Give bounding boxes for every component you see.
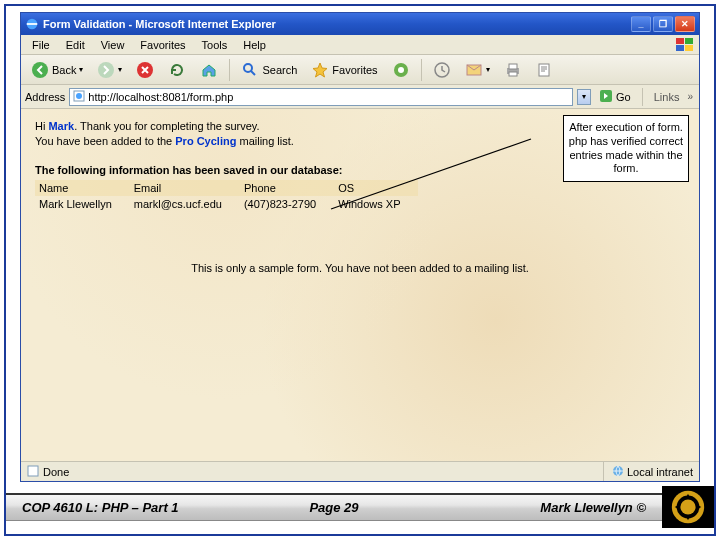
mail-button[interactable]: ▾ — [459, 58, 496, 82]
callout-text: After execution of form. php has verifie… — [569, 121, 683, 174]
search-icon — [241, 61, 259, 79]
svg-rect-15 — [509, 72, 517, 76]
added-prefix: You have been added to the — [35, 135, 175, 147]
svg-point-6 — [98, 62, 114, 78]
status-text: Done — [43, 466, 69, 478]
svg-rect-14 — [509, 64, 517, 69]
svg-point-18 — [76, 93, 82, 99]
svg-rect-2 — [685, 38, 693, 44]
media-button[interactable] — [386, 58, 416, 82]
forward-dropdown-icon[interactable]: ▾ — [118, 65, 122, 74]
cell-name: Mark Llewellyn — [35, 196, 130, 212]
svg-point-10 — [398, 67, 404, 73]
print-icon — [504, 61, 522, 79]
toolbar-separator-2 — [421, 59, 422, 81]
go-button[interactable]: Go — [595, 89, 635, 105]
added-suffix: mailing list. — [236, 135, 293, 147]
slide-frame: Form Validation - Microsoft Internet Exp… — [4, 4, 716, 536]
slide-footer: COP 4610 L: PHP – Part 1 Page 29 Mark Ll… — [6, 486, 714, 528]
go-arrow-icon — [599, 89, 613, 105]
footer-author: Mark Llewellyn © — [438, 500, 646, 515]
address-input[interactable] — [88, 91, 569, 103]
window-title: Form Validation - Microsoft Internet Exp… — [43, 18, 631, 30]
address-dropdown-button[interactable]: ▾ — [577, 89, 591, 105]
history-button[interactable] — [427, 58, 457, 82]
security-zone: Local intranet — [603, 462, 693, 481]
back-label: Back — [52, 64, 76, 76]
svg-rect-1 — [676, 38, 684, 44]
menu-bar: File Edit View Favorites Tools Help — [21, 35, 699, 55]
cell-phone: (407)823-2790 — [240, 196, 334, 212]
browser-window: Form Validation - Microsoft Internet Exp… — [20, 12, 700, 482]
home-button[interactable] — [194, 58, 224, 82]
links-label[interactable]: Links — [650, 91, 684, 103]
page-status-icon — [27, 465, 39, 479]
col-name: Name — [35, 180, 130, 196]
svg-point-8 — [244, 64, 252, 72]
forward-button[interactable]: ▾ — [91, 58, 128, 82]
back-button[interactable]: Back ▾ — [25, 58, 89, 82]
page-icon — [73, 90, 85, 104]
menu-file[interactable]: File — [25, 37, 57, 53]
intranet-icon — [612, 465, 624, 479]
menu-help[interactable]: Help — [236, 37, 273, 53]
address-field-wrapper — [69, 88, 573, 106]
col-os: OS — [334, 180, 418, 196]
svg-point-25 — [680, 499, 695, 514]
toolbar-separator — [229, 59, 230, 81]
menu-favorites[interactable]: Favorites — [133, 37, 192, 53]
page-content: Hi Mark. Thank you for completing the su… — [21, 109, 699, 461]
links-chevron-icon[interactable]: » — [687, 91, 695, 102]
forward-arrow-icon — [97, 61, 115, 79]
edit-button[interactable] — [530, 58, 560, 82]
added-list-name: Pro Cycling — [175, 135, 236, 147]
ucf-logo-icon — [662, 486, 714, 528]
table-header-row: Name Email Phone OS — [35, 180, 418, 196]
print-button[interactable] — [498, 58, 528, 82]
favorites-button[interactable]: Favorites — [305, 58, 383, 82]
address-bar: Address ▾ Go Links » — [21, 85, 699, 109]
svg-rect-16 — [539, 64, 549, 76]
search-label: Search — [262, 64, 297, 76]
mail-dropdown-icon[interactable]: ▾ — [486, 65, 490, 74]
star-icon — [311, 61, 329, 79]
close-button[interactable]: ✕ — [675, 16, 695, 32]
greeting-name: Mark — [48, 120, 74, 132]
windows-flag-icon — [675, 37, 695, 53]
disclaimer-text: This is only a sample form. You have not… — [35, 262, 685, 274]
maximize-button[interactable]: ❐ — [653, 16, 673, 32]
footer-page: Page 29 — [230, 500, 438, 515]
back-dropdown-icon[interactable]: ▾ — [79, 65, 83, 74]
address-label: Address — [25, 91, 65, 103]
saved-info-table: Name Email Phone OS Mark Llewellyn markl… — [35, 180, 418, 212]
menu-tools[interactable]: Tools — [195, 37, 235, 53]
footer-bar: COP 4610 L: PHP – Part 1 Page 29 Mark Ll… — [6, 493, 662, 521]
media-icon — [392, 61, 410, 79]
back-arrow-icon — [31, 61, 49, 79]
window-titlebar: Form Validation - Microsoft Internet Exp… — [21, 13, 699, 35]
svg-rect-4 — [685, 45, 693, 51]
go-label: Go — [616, 91, 631, 103]
annotation-callout: After execution of form. php has verifie… — [563, 115, 689, 182]
search-button[interactable]: Search — [235, 58, 303, 82]
address-separator — [642, 88, 643, 106]
stop-icon — [136, 61, 154, 79]
edit-icon — [536, 61, 554, 79]
refresh-button[interactable] — [162, 58, 192, 82]
ie-logo-icon — [25, 17, 39, 31]
cell-email: markl@cs.ucf.edu — [130, 196, 240, 212]
mail-icon — [465, 61, 483, 79]
minimize-button[interactable]: _ — [631, 16, 651, 32]
menu-view[interactable]: View — [94, 37, 132, 53]
cell-os: Windows XP — [334, 196, 418, 212]
svg-rect-3 — [676, 45, 684, 51]
menu-edit[interactable]: Edit — [59, 37, 92, 53]
history-icon — [433, 61, 451, 79]
standard-toolbar: Back ▾ ▾ — [21, 55, 699, 85]
zone-label: Local intranet — [627, 466, 693, 478]
stop-button[interactable] — [130, 58, 160, 82]
svg-rect-21 — [28, 466, 38, 476]
svg-point-5 — [32, 62, 48, 78]
footer-course: COP 4610 L: PHP – Part 1 — [22, 500, 230, 515]
home-icon — [200, 61, 218, 79]
